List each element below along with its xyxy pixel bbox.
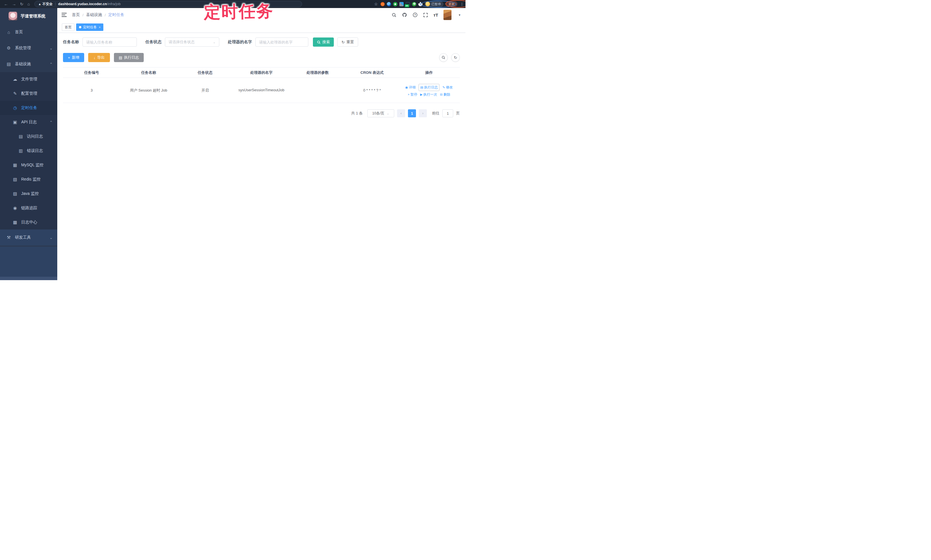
run-once-link[interactable]: ▶执行一次 [420, 92, 437, 97]
sidebar-item-dev-tools[interactable]: ⚒ 研发工具 ⌄ [0, 229, 57, 246]
url-path: /infra/job [107, 2, 120, 6]
breadcrumb-current: 定时任务 [108, 12, 124, 17]
list-icon: ▤ [420, 86, 423, 89]
divider [55, 2, 55, 6]
close-icon[interactable]: × [99, 25, 100, 29]
cloud-upload-icon: ☁ [12, 77, 17, 82]
pause-link[interactable]: ×暂停 [408, 92, 417, 97]
refresh-table-button[interactable]: ↻ [451, 53, 460, 62]
tab-scheduled-tasks[interactable]: 定时任务 × [76, 23, 103, 31]
execution-log-button[interactable]: ▤ 执行日志 [114, 53, 144, 62]
detail-link[interactable]: ◉详细 [405, 85, 416, 90]
sidebar-item-config-management[interactable]: ✎ 配置管理 [0, 86, 57, 101]
export-button[interactable]: ↓ 导出 [88, 53, 110, 62]
sidebar-item-error-logs[interactable]: ▥ 错误日志 [0, 144, 57, 158]
user-avatar[interactable] [444, 10, 452, 20]
page-1-button[interactable]: 1 [408, 109, 416, 117]
eye-icon: ◉ [12, 205, 17, 211]
extension-blue-icon[interactable] [387, 2, 391, 6]
chevron-up-icon: ⌃ [49, 62, 53, 66]
breadcrumb-separator: / [105, 13, 106, 17]
edit-icon: ✎ [12, 91, 17, 96]
pencil-icon: ✎ [442, 86, 445, 89]
breadcrumb-home[interactable]: 首页 [72, 12, 80, 17]
handwritten-annotation: 定时任务 [203, 0, 274, 24]
goto-page-input[interactable] [442, 109, 453, 117]
table-header-row: 任务编号 任务名称 任务状态 处理器的名字 处理器的参数 CRON 表达式 操作 [63, 68, 460, 78]
browser-menu-icon[interactable]: ⋮ [460, 2, 464, 6]
prev-page-button[interactable]: ‹ [397, 109, 405, 117]
extension-leaf-icon[interactable] [412, 2, 416, 6]
job-status-select[interactable]: 请选择任务状态 ⌄ [165, 37, 219, 47]
fullscreen-icon[interactable] [423, 12, 428, 17]
job-name-input[interactable] [82, 37, 137, 47]
play-icon: ▶ [420, 93, 422, 97]
job-status-label: 任务状态 [145, 40, 162, 45]
search-button[interactable]: 搜索 [313, 37, 334, 47]
puzzle-icon[interactable] [418, 2, 422, 6]
security-label[interactable]: 不安全 [42, 2, 53, 6]
browser-profile-chip[interactable]: 已暂停 [425, 1, 444, 7]
reset-button[interactable]: ↻ 重置 [337, 37, 358, 47]
cell-job-id: 3 [63, 78, 120, 103]
extension-switch-icon[interactable]: on [406, 2, 410, 6]
sidebar-item-home[interactable]: ⌂ 首页 [0, 24, 57, 40]
infrastructure-submenu: ☁ 文件管理 ✎ 配置管理 ◷ 定时任务 ▣ API 日志 ⌃ ▤ 访问日志 ▥ [0, 72, 57, 229]
breadcrumb-infrastructure[interactable]: 基础设施 [86, 12, 102, 17]
sidebar-item-infrastructure[interactable]: ▤ 基础设施 ⌃ [0, 56, 57, 72]
extension-on-badge: on [405, 4, 409, 7]
browser-update-button[interactable]: 更新 [445, 1, 458, 7]
job-name-label: 任务名称 [63, 40, 79, 45]
delete-link[interactable]: ⊟删除 [440, 92, 450, 97]
browser-back-icon[interactable]: ← [4, 0, 8, 8]
handler-name-input[interactable] [255, 37, 308, 47]
app-logo [9, 12, 17, 20]
sidebar-item-java-monitor[interactable]: ▨ Java 监控 [0, 186, 57, 201]
sidebar-item-log-center[interactable]: ▩ 日志中心 [0, 215, 57, 229]
eye-icon: ◉ [405, 86, 408, 89]
browser-reload-icon[interactable]: ↻ [20, 0, 23, 8]
edit-link[interactable]: ✎修改 [442, 85, 453, 90]
toolbox-icon: ⚒ [6, 235, 11, 240]
sidebar-item-mysql-monitor[interactable]: ▦ MySQL 监控 [0, 158, 57, 172]
col-job-name: 任务名称 [120, 68, 177, 78]
total-count: 共 1 条 [351, 111, 363, 116]
infrastructure-icon: ▤ [6, 62, 11, 67]
toggle-search-button[interactable] [439, 53, 448, 62]
extension-orange-icon[interactable] [381, 2, 385, 6]
font-size-icon[interactable]: ᴛT [433, 12, 438, 17]
page-size-select[interactable]: 10条/页 ⌄ [367, 109, 394, 117]
sidebar-item-api-logs[interactable]: ▣ API 日志 ⌃ [0, 115, 57, 129]
bookmark-star-icon[interactable]: ☆ [374, 2, 378, 6]
sidebar-item-tracing[interactable]: ◉ 链路追踪 [0, 201, 57, 215]
browser-forward-icon[interactable]: → [12, 0, 16, 8]
search-icon[interactable] [392, 12, 396, 17]
help-icon[interactable]: ? [413, 12, 418, 17]
sidebar-item-file-management[interactable]: ☁ 文件管理 [0, 72, 57, 86]
app-logo-row[interactable]: 芋道管理系统 [0, 8, 57, 24]
extension-green-check-icon[interactable] [393, 2, 398, 6]
main-area: 首页 / 基础设施 / 定时任务 ? ᴛT ▾ [57, 8, 466, 280]
tab-home[interactable]: 首页 [62, 23, 74, 31]
sidebar-collapse-icon[interactable] [62, 13, 67, 17]
add-button[interactable]: + 新增 [63, 53, 84, 62]
cell-job-status: 开启 [177, 78, 233, 103]
browser-home-icon[interactable]: ⌂ [28, 0, 30, 8]
github-icon[interactable] [402, 12, 407, 17]
sidebar-item-scheduled-tasks[interactable]: ◷ 定时任务 [0, 101, 57, 115]
next-page-button[interactable]: › [419, 109, 427, 117]
execution-log-link[interactable]: ▤执行日志 [419, 84, 439, 91]
home-icon: ⌂ [6, 30, 11, 35]
page: ← → ↻ ⌂ ▲ 不安全 dashboard.yudao.iocoder.cn… [0, 0, 466, 280]
chevron-down-icon: ⌄ [49, 46, 53, 50]
sidebar-bottom-strip [0, 277, 57, 280]
caret-down-icon[interactable]: ▾ [459, 13, 460, 17]
sidebar-item-redis-monitor[interactable]: ▧ Redis 监控 [0, 172, 57, 186]
sidebar-filler [0, 247, 57, 277]
table-row: 3 用户 Session 超时 Job 开启 sysUserSessionTim… [63, 78, 460, 103]
cell-actions: ◉详细 ▤执行日志 ✎修改 ×暂停 ▶执行一次 ⊟删除 [398, 78, 460, 103]
sidebar-item-access-logs[interactable]: ▤ 访问日志 [0, 129, 57, 144]
extension-grid-icon[interactable] [399, 2, 404, 6]
plus-icon: + [68, 55, 70, 60]
sidebar-item-system-management[interactable]: ⚙ 系统管理 ⌄ [0, 40, 57, 56]
